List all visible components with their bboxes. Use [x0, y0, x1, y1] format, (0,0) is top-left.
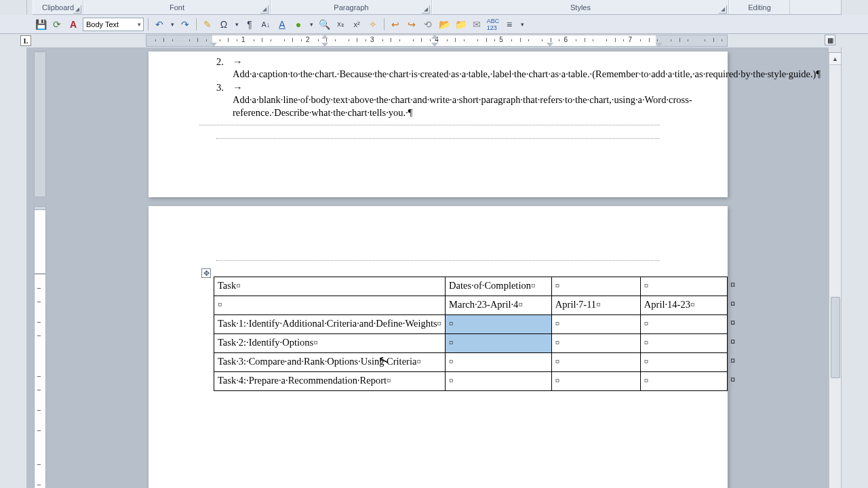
- envelope-icon[interactable]: ✉: [470, 18, 484, 31]
- footer-boundary: [199, 125, 660, 125]
- undo-dropdown-icon[interactable]: ▾: [169, 18, 176, 31]
- horizontal-ruler[interactable]: 1234567: [146, 35, 728, 47]
- dialog-launcher-icon[interactable]: ◢: [422, 5, 430, 14]
- link-back-icon[interactable]: ↩: [389, 18, 402, 31]
- document-page[interactable]: 2. → Add·a·caption·to·the·chart.·Because…: [149, 52, 728, 197]
- table-row[interactable]: Task·1:·Identify·Additional·Criteria·and…: [214, 315, 728, 334]
- table-move-handle[interactable]: ✥: [201, 268, 211, 278]
- split-box[interactable]: [829, 47, 841, 53]
- schedule-table[interactable]: Task¤Dates·of·Completion¤¤¤¤March·23-Apr…: [214, 277, 728, 391]
- left-indent-marker[interactable]: [210, 43, 217, 47]
- table-row[interactable]: Task·3:·Compare·and·Rank·Options·Using·C…: [214, 353, 728, 372]
- first-line-indent-marker[interactable]: [321, 35, 328, 39]
- table-cell[interactable]: Task·3:·Compare·and·Rank·Options·Using·C…: [214, 353, 446, 372]
- row-end-mark-icon: ¤: [730, 336, 735, 346]
- subscript-icon[interactable]: x₂: [334, 18, 347, 31]
- undo-icon[interactable]: ↶: [153, 18, 166, 31]
- list-number: 3.: [216, 81, 230, 118]
- table-cell[interactable]: ¤: [551, 334, 640, 353]
- ribbon-group-paragraph: Paragraph ◢: [271, 0, 432, 14]
- vertical-ruler[interactable]: [34, 52, 46, 197]
- table-cell[interactable]: ¤: [446, 372, 552, 391]
- table-cell[interactable]: Task·4:·Prepare·a·Recommendation·Report¤: [214, 372, 446, 391]
- table-cell[interactable]: ¤: [551, 372, 640, 391]
- hanging-indent-marker[interactable]: [321, 43, 328, 47]
- first-line-indent-marker[interactable]: [431, 35, 438, 39]
- list-number: 2.: [216, 56, 230, 80]
- dialog-launcher-icon[interactable]: ◢: [73, 5, 81, 14]
- font-color-icon[interactable]: A: [66, 18, 80, 31]
- table-cell[interactable]: ¤: [640, 277, 727, 296]
- highlight-icon[interactable]: ✎: [201, 18, 214, 31]
- cell-mark-icon: ¤: [313, 338, 318, 348]
- folder-open-icon[interactable]: 📂: [437, 18, 451, 31]
- superscript-icon[interactable]: x²: [350, 18, 363, 31]
- table-cell[interactable]: April·7-11¤: [551, 296, 640, 315]
- document-page[interactable]: ✥ Task¤Dates·of·Completion¤¤¤¤March·23-A…: [149, 206, 728, 488]
- table-cell[interactable]: Task·2:·Identify·Options¤: [214, 334, 446, 353]
- zoom-icon[interactable]: 🔍: [317, 18, 331, 31]
- folder-icon[interactable]: 📁: [454, 18, 467, 31]
- table-cell[interactable]: ¤: [214, 296, 446, 315]
- cell-mark-icon: ¤: [437, 319, 442, 329]
- table-cell[interactable]: ¤: [551, 353, 640, 372]
- list-text[interactable]: → Add·a·caption·to·the·chart.·Because·th…: [233, 56, 821, 80]
- hanging-indent-marker[interactable]: [431, 43, 438, 47]
- vertical-ruler[interactable]: [34, 274, 46, 488]
- cell-mark-icon: ¤: [218, 300, 222, 310]
- scroll-up-icon[interactable]: ▲: [829, 53, 841, 65]
- table-cell[interactable]: ¤: [446, 315, 552, 334]
- table-cell[interactable]: Task·1:·Identify·Additional·Criteria·and…: [214, 315, 446, 334]
- table-cell[interactable]: ¤: [446, 353, 552, 372]
- link-forward-icon[interactable]: ↪: [405, 18, 418, 31]
- symbol-icon[interactable]: Ω: [217, 18, 231, 31]
- save-icon[interactable]: 💾: [34, 18, 47, 31]
- right-indent-marker[interactable]: [656, 43, 663, 47]
- table-row[interactable]: Task·2:·Identify·Options¤¤¤¤: [214, 334, 728, 353]
- word-count-icon[interactable]: ABC123: [486, 18, 500, 31]
- paragraph-mark-icon[interactable]: ¶: [243, 18, 256, 31]
- cell-mark-icon: ¤: [644, 281, 649, 291]
- table-cell[interactable]: ¤: [640, 353, 727, 372]
- clear-format-icon[interactable]: A: [275, 18, 289, 31]
- table-cell[interactable]: April·14-23¤: [640, 296, 727, 315]
- table-cell[interactable]: ¤: [551, 315, 640, 334]
- style-selector[interactable]: Body Text: [83, 18, 144, 31]
- table-row[interactable]: Task¤Dates·of·Completion¤¤¤: [214, 277, 728, 296]
- table-cell[interactable]: ¤: [640, 372, 727, 391]
- window-left-strip: [0, 0, 27, 488]
- table-row[interactable]: Task·4:·Prepare·a·Recommendation·Report¤…: [214, 372, 728, 391]
- table-cell[interactable]: ¤: [640, 315, 727, 334]
- cell-mark-icon: ¤: [387, 375, 391, 386]
- column-marker[interactable]: [547, 43, 553, 47]
- repeat-icon[interactable]: ⟳: [50, 18, 64, 31]
- table-cell[interactable]: ¤: [551, 277, 640, 296]
- table-cell[interactable]: Task¤: [214, 277, 446, 296]
- table-cell[interactable]: ¤: [640, 334, 727, 353]
- separator: [148, 18, 149, 30]
- vertical-ruler[interactable]: [34, 206, 46, 274]
- symbol-dropdown-icon[interactable]: ▾: [233, 18, 240, 31]
- list-text[interactable]: → Add·a·blank·line·of·body·text·above·th…: [233, 81, 692, 118]
- table-cell[interactable]: ¤: [446, 334, 552, 353]
- dialog-launcher-icon[interactable]: ◢: [719, 5, 727, 14]
- shading-icon[interactable]: ●: [292, 18, 305, 31]
- shading-dropdown-icon[interactable]: ▾: [308, 18, 315, 31]
- scroll-thumb[interactable]: [831, 297, 840, 378]
- dialog-launcher-icon[interactable]: ◢: [260, 5, 269, 14]
- cell-mark-icon: ¤: [555, 375, 560, 386]
- view-ruler-toggle[interactable]: ▦: [825, 35, 835, 45]
- redo-icon[interactable]: ↷: [178, 18, 192, 31]
- cell-mark-icon: ¤: [518, 300, 523, 310]
- ribbon-group-labels: Clipboard ◢ Font ◢ Paragraph ◢ Styles ◢ …: [33, 0, 841, 15]
- line-spacing-icon[interactable]: ≡: [502, 18, 516, 31]
- table-row[interactable]: ¤March·23-April·4¤April·7-11¤April·14-23…: [214, 296, 728, 315]
- new-comment-icon[interactable]: ✧: [366, 18, 380, 31]
- table-cell[interactable]: Dates·of·Completion¤: [446, 277, 552, 296]
- vertical-scrollbar[interactable]: ▲: [829, 53, 841, 488]
- more-dropdown-icon[interactable]: ▾: [519, 18, 526, 31]
- refresh-icon[interactable]: ⟲: [421, 18, 435, 31]
- table-cell[interactable]: March·23-April·4¤: [446, 296, 552, 315]
- sort-icon[interactable]: A↓: [259, 18, 273, 31]
- tab-selector[interactable]: L: [20, 35, 31, 46]
